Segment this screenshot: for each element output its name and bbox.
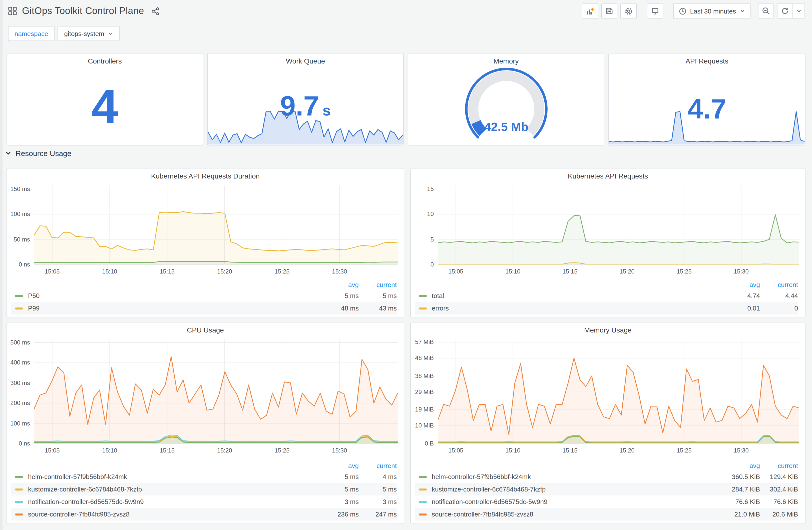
x-tick-label: 15:20 bbox=[620, 268, 635, 275]
legend-row[interactable]: kustomize-controller-6c6784b468-7kzfp284… bbox=[415, 483, 798, 496]
series-avg: 360.5 KiB bbox=[725, 473, 760, 481]
legend-sort-current[interactable]: current bbox=[359, 462, 397, 469]
x-tick-label: 15:15 bbox=[562, 268, 577, 275]
series-current: 4 ms bbox=[359, 473, 397, 481]
y-tick-label: 100 ms bbox=[10, 420, 30, 427]
series-color-swatch[interactable] bbox=[419, 307, 427, 309]
series-name[interactable]: P50 bbox=[28, 292, 324, 299]
y-tick-label: 100 ms bbox=[10, 211, 30, 218]
y-tick-label: 500 ms bbox=[10, 339, 30, 346]
series-color-swatch[interactable] bbox=[15, 488, 23, 490]
x-tick-label: 15:05 bbox=[45, 268, 60, 275]
series-color-swatch[interactable] bbox=[15, 501, 23, 503]
x-tick-label: 15:20 bbox=[620, 447, 635, 454]
chart-plot[interactable] bbox=[438, 186, 799, 265]
series-color-swatch[interactable] bbox=[15, 295, 23, 297]
series-current: 5 ms bbox=[359, 486, 397, 493]
series-name[interactable]: notification-controller-6d56575dc-5w9n9 bbox=[432, 498, 725, 505]
panel-work-queue[interactable]: Work Queue 9.7 s bbox=[207, 53, 404, 146]
panel-title[interactable]: Kubernetes API Requests Duration bbox=[7, 168, 404, 182]
refresh-button[interactable] bbox=[777, 3, 793, 18]
series-color-swatch[interactable] bbox=[419, 488, 427, 490]
zoom-out-button[interactable] bbox=[758, 3, 774, 18]
panel-api-requests[interactable]: API Requests 4.7 bbox=[608, 53, 806, 146]
chart-plot[interactable] bbox=[34, 339, 398, 443]
y-tick-label: 0 ns bbox=[19, 440, 30, 447]
chevron-down-icon bbox=[739, 8, 745, 14]
series-name[interactable]: total bbox=[432, 292, 725, 299]
panel-k8s-api-requests-duration[interactable]: Kubernetes API Requests Duration 0 ns50 … bbox=[6, 168, 404, 318]
dashboard-settings-button[interactable] bbox=[620, 3, 637, 18]
panel-k8s-api-requests[interactable]: Kubernetes API Requests 051015 15:0515:1… bbox=[410, 168, 806, 318]
series-name[interactable]: helm-controller-57f9b56bbf-k24mk bbox=[28, 473, 324, 481]
panel-title[interactable]: Work Queue bbox=[208, 54, 403, 68]
refresh-interval-dropdown[interactable] bbox=[793, 3, 805, 18]
legend-row[interactable]: P9948 ms43 ms bbox=[11, 302, 397, 314]
series-avg: 5 ms bbox=[324, 292, 359, 299]
series-name[interactable]: notification-controller-6d56575dc-5w9n9 bbox=[28, 498, 324, 505]
series-name[interactable]: kustomize-controller-6c6784b468-7kzfp bbox=[432, 486, 725, 493]
series-name[interactable]: errors bbox=[432, 305, 725, 312]
series-color-swatch[interactable] bbox=[419, 295, 427, 297]
panel-controllers[interactable]: Controllers 4 bbox=[6, 53, 203, 146]
legend-row[interactable]: source-controller-7fb84fc985-zvsz821.0 M… bbox=[415, 508, 798, 520]
dashboard-grid-icon[interactable] bbox=[8, 6, 17, 15]
legend-sort-current[interactable]: current bbox=[760, 462, 798, 469]
legend-row[interactable]: notification-controller-6d56575dc-5w9n93… bbox=[11, 496, 397, 508]
legend-sort-avg[interactable]: avg bbox=[324, 281, 359, 288]
legend-row[interactable]: source-controller-7fb84fc985-zvsz8236 ms… bbox=[11, 508, 397, 520]
panel-title[interactable]: Memory Usage bbox=[411, 323, 805, 337]
share-icon[interactable] bbox=[151, 7, 160, 15]
series-avg: 236 ms bbox=[324, 511, 359, 518]
legend-row[interactable]: notification-controller-6d56575dc-5w9n97… bbox=[415, 496, 798, 508]
series-color-swatch[interactable] bbox=[419, 476, 427, 478]
series-name[interactable]: source-controller-7fb84fc985-zvsz8 bbox=[432, 511, 725, 518]
series-name[interactable]: kustomize-controller-6c6784b468-7kzfp bbox=[28, 486, 324, 493]
time-range-picker[interactable]: Last 30 minutes bbox=[673, 3, 751, 18]
legend-row[interactable]: total4.744.44 bbox=[415, 290, 798, 302]
legend-sort-avg[interactable]: avg bbox=[725, 281, 760, 288]
legend-row[interactable]: kustomize-controller-6c6784b468-7kzfp5 m… bbox=[11, 483, 397, 496]
legend-sort-current[interactable]: current bbox=[359, 281, 397, 288]
series-name[interactable]: helm-controller-57f9b56bbf-k24mk bbox=[432, 473, 725, 481]
row-title: Resource Usage bbox=[15, 149, 71, 158]
add-panel-button[interactable] bbox=[582, 3, 598, 18]
chart-plot[interactable] bbox=[438, 339, 799, 443]
clock-icon bbox=[679, 7, 686, 15]
x-tick-label: 15:25 bbox=[677, 268, 692, 275]
legend-sort-current[interactable]: current bbox=[760, 281, 798, 288]
legend-sort-avg[interactable]: avg bbox=[725, 462, 760, 469]
panel-cpu-usage[interactable]: CPU Usage 0 ns100 ms200 ms300 ms400 ms50… bbox=[6, 322, 404, 524]
series-name[interactable]: P99 bbox=[28, 305, 324, 312]
series-color-swatch[interactable] bbox=[419, 501, 427, 503]
panel-title[interactable]: Kubernetes API Requests bbox=[411, 168, 805, 182]
legend-row[interactable]: helm-controller-57f9b56bbf-k24mk360.5 Ki… bbox=[415, 471, 798, 483]
y-tick-label: 0 ns bbox=[19, 261, 30, 268]
legend-sort-avg[interactable]: avg bbox=[324, 462, 359, 469]
y-tick-label: 0 B bbox=[425, 440, 434, 447]
namespace-select[interactable]: gitops-system bbox=[58, 26, 119, 41]
series-color-swatch[interactable] bbox=[15, 307, 23, 309]
series-avg: 76.6 KiB bbox=[725, 498, 760, 505]
legend-row[interactable]: helm-controller-57f9b56bbf-k24mk5 ms4 ms bbox=[11, 471, 397, 483]
row-toggle-resource-usage[interactable]: Resource Usage bbox=[5, 149, 71, 158]
series-color-swatch[interactable] bbox=[15, 476, 23, 478]
chart-plot[interactable] bbox=[34, 186, 398, 265]
panel-memory[interactable]: Memory 42.5 Mb bbox=[408, 53, 604, 146]
series-color-swatch[interactable] bbox=[419, 513, 427, 515]
series-name[interactable]: source-controller-7fb84fc985-zvsz8 bbox=[28, 511, 324, 518]
panel-title[interactable]: CPU Usage bbox=[7, 323, 404, 337]
x-tick-label: 15:30 bbox=[332, 447, 347, 454]
legend-row[interactable]: errors0.010 bbox=[415, 302, 798, 314]
panel-memory-usage[interactable]: Memory Usage 0 B10 MiB19 MiB29 MiB38 MiB… bbox=[410, 322, 806, 524]
series-color-swatch[interactable] bbox=[15, 513, 23, 515]
panel-title[interactable]: Controllers bbox=[7, 54, 203, 68]
series-avg: 5 ms bbox=[324, 486, 359, 493]
panel-title[interactable]: API Requests bbox=[609, 54, 805, 68]
tv-mode-button[interactable] bbox=[647, 3, 663, 18]
legend-row[interactable]: P505 ms5 ms bbox=[11, 290, 397, 302]
series-current: 247 ms bbox=[359, 511, 397, 518]
save-dashboard-button[interactable] bbox=[601, 3, 618, 18]
y-tick-label: 300 ms bbox=[10, 380, 30, 386]
page-title[interactable]: GitOps Toolkit Control Plane bbox=[22, 5, 144, 16]
